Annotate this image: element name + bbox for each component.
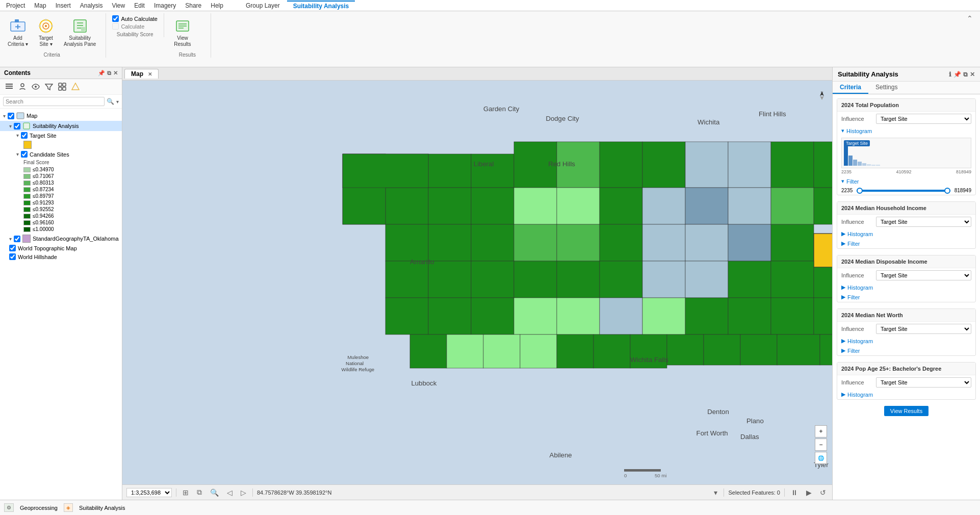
list-by-drawing-order-tool[interactable]	[3, 81, 15, 92]
menu-insert[interactable]: Insert	[51, 1, 75, 10]
menu-view[interactable]: View	[108, 1, 129, 10]
resume-button[interactable]: ▶	[804, 488, 814, 497]
map-canvas[interactable]: Garden City Dodge City Wichita Flint Hil…	[122, 81, 832, 484]
geoprocessing-tab[interactable]: Geoprocessing	[20, 505, 58, 511]
histogram-toggle-3[interactable]: ▶ Histogram	[837, 282, 975, 292]
detach-icon[interactable]: ⧉	[107, 70, 111, 76]
list-by-data-source-tool[interactable]	[16, 81, 29, 92]
suitability-close-icon[interactable]: ✕	[970, 71, 975, 78]
histogram-toggle-4[interactable]: ▶ Histogram	[837, 336, 975, 346]
layer-candidate-checkbox[interactable]	[21, 151, 28, 158]
filter-toggle-2[interactable]: ▶ Filter	[837, 239, 975, 248]
layer-map-checkbox[interactable]	[8, 113, 14, 119]
suitability-detach-icon[interactable]: ⧉	[963, 71, 968, 78]
filter-slider-1[interactable]	[857, 190, 950, 192]
layer-suitability-checkbox[interactable]	[14, 123, 20, 130]
filter-toggle-3[interactable]: ▶ Filter	[837, 292, 975, 302]
layer-suitability-analysis[interactable]: ▾ Suitability Analysis	[0, 121, 122, 131]
search-icon[interactable]: 🔍	[107, 98, 114, 105]
filter-tool[interactable]	[43, 81, 55, 92]
layer-candidate-sites[interactable]: ▾ Candidate Sites	[0, 150, 122, 159]
layer-expand-suitability[interactable]: ▾	[9, 123, 12, 129]
layer-standard-geography[interactable]: ▾ StandardGeographyTA_Oklahoma	[0, 234, 122, 244]
menu-help[interactable]: Help	[207, 1, 227, 10]
influence-select-3[interactable]: Target Site	[876, 270, 971, 280]
symbology-tool[interactable]	[69, 81, 82, 92]
histogram-toggle-5[interactable]: ▶ Histogram	[837, 390, 975, 399]
map-tab[interactable]: Map ✕	[124, 69, 159, 79]
zoom-in-button[interactable]: +	[815, 425, 827, 437]
svg-rect-46	[385, 188, 428, 224]
filter-handle-left-1[interactable]	[857, 188, 863, 194]
zoom-out-button[interactable]: −	[815, 439, 827, 451]
layer-world-hillshade[interactable]: World Hillshade	[0, 252, 122, 261]
ribbon-criteria-buttons: AddCriteria ▾ TargetSite ▾ SuitabilityAn…	[4, 13, 99, 50]
layer-map[interactable]: ▾ Map	[0, 111, 122, 121]
influence-select-1[interactable]: Target Site	[876, 114, 971, 124]
influence-select-2[interactable]: Target Site	[876, 217, 971, 227]
zoom-button[interactable]: 🔍	[208, 488, 221, 497]
auto-calculate-checkbox[interactable]: Auto Calculate	[112, 15, 158, 22]
suitability-bottom-tab[interactable]: Suitability Analysis	[79, 505, 125, 511]
ribbon-collapse-button[interactable]: ⌃	[964, 13, 976, 23]
tab-group-layer[interactable]: Group Layer	[240, 1, 286, 10]
target-site-button[interactable]: TargetSite ▾	[34, 15, 58, 50]
menu-edit[interactable]: Edit	[130, 1, 149, 10]
sync-button[interactable]: ⧉	[195, 487, 204, 497]
influence-select-4[interactable]: Target Site	[876, 324, 971, 334]
filter-toggle-4[interactable]: ▶ Filter	[837, 346, 975, 355]
main-content: Contents 📌 ⧉ ✕	[0, 67, 980, 500]
menu-imagery[interactable]: Imagery	[150, 1, 180, 10]
close-icon[interactable]: ✕	[113, 70, 118, 76]
suitability-analysis-pane-button[interactable]: SuitabilityAnalysis Pane	[60, 15, 99, 50]
globe-button[interactable]: 🌐	[815, 452, 827, 464]
filter-handle-right-1[interactable]	[944, 188, 950, 194]
layer-target-checkbox[interactable]	[21, 132, 28, 139]
menu-map[interactable]: Map	[30, 1, 50, 10]
view-results-button[interactable]: ViewResults	[170, 15, 195, 50]
tab-suitability-analysis[interactable]: Suitability Analysis	[287, 1, 355, 11]
histogram-toggle-1[interactable]: ▾ Histogram	[837, 126, 975, 136]
nav-button[interactable]: ◁	[225, 488, 235, 497]
target-site-icon	[38, 18, 54, 34]
layer-world-topo[interactable]: World Topographic Map	[0, 244, 122, 252]
influence-select-5[interactable]: Target Site	[876, 377, 971, 388]
layer-expand-target[interactable]: ▾	[16, 133, 19, 138]
menu-project[interactable]: Project	[2, 1, 29, 10]
score-label-3: ≤0.87234	[33, 187, 54, 192]
toggle-visibility-tool[interactable]	[30, 81, 42, 92]
histogram-toggle-2[interactable]: ▶ Histogram	[837, 229, 975, 239]
tab-settings[interactable]: Settings	[868, 82, 905, 94]
group-tool[interactable]	[56, 81, 68, 92]
pin-icon[interactable]: 📌	[98, 70, 105, 76]
layer-target-site[interactable]: ▾ Target Site	[0, 131, 122, 140]
city-dodge-city: Dodge City	[546, 115, 579, 122]
nav-forward-button[interactable]: ▷	[239, 488, 248, 497]
tab-criteria[interactable]: Criteria	[833, 82, 868, 94]
suitability-info-icon[interactable]: ℹ	[949, 71, 951, 78]
scale-select[interactable]: 1:3,253,698	[126, 488, 172, 497]
layer-geo-checkbox[interactable]	[14, 236, 20, 242]
layer-expand-candidate[interactable]: ▾	[16, 151, 19, 157]
menu-share[interactable]: Share	[181, 1, 205, 10]
layer-expand-geo[interactable]: ▾	[9, 236, 12, 242]
fit-to-window-button[interactable]: ⊞	[180, 488, 191, 497]
filter-toggle-1[interactable]: ▾ Filter	[837, 176, 975, 186]
target-site-swatch-row	[0, 140, 122, 150]
layer-topo-label: World Topographic Map	[18, 245, 77, 251]
map-tab-close[interactable]: ✕	[148, 71, 152, 77]
search-input[interactable]	[3, 97, 105, 106]
layer-hillshade-checkbox[interactable]	[9, 253, 16, 260]
coords-dropdown[interactable]: ▾	[712, 488, 719, 497]
calculate-checkbox[interactable]: Calculate	[112, 23, 158, 30]
add-criteria-button[interactable]: AddCriteria ▾	[4, 15, 32, 50]
menu-analysis[interactable]: Analysis	[76, 1, 107, 10]
refresh-button[interactable]: ↺	[818, 488, 828, 497]
view-results-panel-button[interactable]: View Results	[884, 406, 929, 416]
layer-expand-map[interactable]: ▾	[3, 113, 6, 119]
layer-topo-checkbox[interactable]	[9, 245, 16, 251]
city-wichita-falls: Wichita Falls	[630, 356, 668, 364]
search-dropdown-icon[interactable]: ▾	[116, 99, 119, 105]
suitability-pin-icon[interactable]: 📌	[953, 71, 961, 78]
pause-button[interactable]: ⏸	[789, 488, 800, 497]
